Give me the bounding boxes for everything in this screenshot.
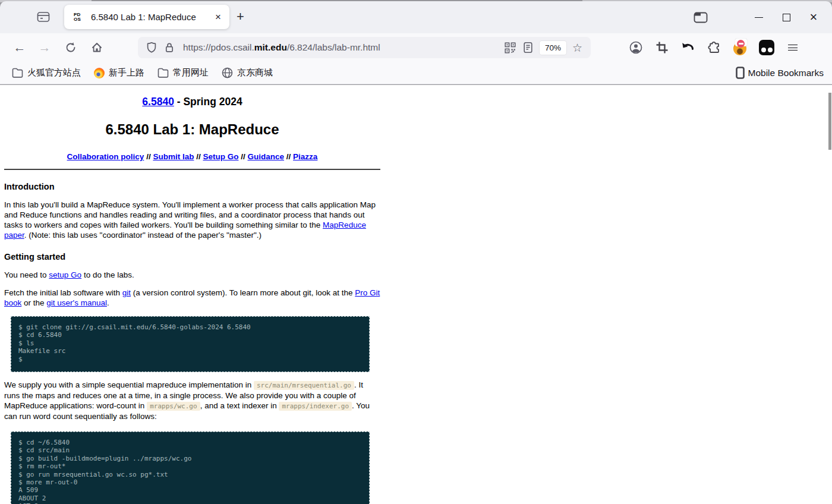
inline-code-indexer: mrapps/indexer.go xyxy=(279,402,352,411)
url-domain: mit.edu xyxy=(254,42,287,52)
git-link[interactable]: git xyxy=(122,288,131,297)
pdos-favicon: PD OS xyxy=(74,11,86,23)
forward-button[interactable]: → xyxy=(34,37,55,58)
url-path: /6.824/labs/lab-mr.html xyxy=(287,42,380,52)
bookmark-jd[interactable]: 京东商城 xyxy=(217,65,278,81)
shield-icon xyxy=(146,42,157,53)
close-window-button[interactable]: × xyxy=(800,5,827,29)
page-scrollbar[interactable] xyxy=(828,93,831,150)
maximize-button[interactable] xyxy=(773,5,800,29)
bookmark-getting-started[interactable]: 新手上路 xyxy=(89,65,149,81)
setup-paragraph: You need to setup Go to do the labs. xyxy=(4,270,380,280)
mobile-bookmarks-label: Mobile Bookmarks xyxy=(748,68,824,78)
crop-icon xyxy=(655,41,669,54)
terminal-block-run: $ cd ~/6.5840 $ cd src/main $ go build -… xyxy=(11,431,370,504)
setup-text-1: You need to xyxy=(4,270,49,279)
guidance-link[interactable]: Guidance xyxy=(248,152,285,161)
nav-separator: // xyxy=(241,152,245,161)
maximize-icon xyxy=(783,14,790,21)
firefox-view-button[interactable] xyxy=(33,7,53,27)
firefox-view-icon xyxy=(37,11,50,23)
course-header-rest: - Spring 2024 xyxy=(174,96,242,108)
getting-started-heading: Getting started xyxy=(4,251,380,262)
bookmark-label: 火狐官方站点 xyxy=(27,67,81,78)
reload-button[interactable] xyxy=(61,37,81,58)
course-link[interactable]: 6.5840 xyxy=(142,96,174,108)
reader-mode-button[interactable] xyxy=(519,39,537,56)
intro-text-1: In this lab you'll build a MapReduce sys… xyxy=(4,200,376,229)
nav-separator: // xyxy=(196,152,201,161)
collaboration-policy-link[interactable]: Collaboration policy xyxy=(67,152,144,161)
extensions-button[interactable] xyxy=(705,38,724,57)
tab-bar: PD OS 6.5840 Lab 1: MapReduce × + × xyxy=(0,1,832,33)
undo-arrow-icon xyxy=(681,41,695,54)
inline-code-wc: mrapps/wc.go xyxy=(147,402,200,411)
bookmark-folder-common-sites[interactable]: 常用网址 xyxy=(153,65,213,81)
account-button[interactable] xyxy=(626,38,645,57)
bookmark-star-icon[interactable]: ☆ xyxy=(569,41,586,55)
bookmarks-toolbar: 火狐官方站点 新手上路 常用网址 京东商城 Mobile Bookmarks xyxy=(0,62,832,84)
bookmark-folder-firefox-official[interactable]: 火狐官方站点 xyxy=(7,65,86,81)
favicon-line2: OS xyxy=(74,17,86,22)
introduction-heading: Introduction xyxy=(4,181,380,192)
dark-extension-button[interactable] xyxy=(757,38,776,57)
setup-go-inline-link[interactable]: setup Go xyxy=(49,270,81,279)
new-tab-button[interactable]: + xyxy=(237,9,244,24)
piazza-link[interactable]: Piazza xyxy=(293,152,317,161)
minimize-button[interactable] xyxy=(745,5,773,29)
nav-separator: // xyxy=(146,152,151,161)
qr-code-icon xyxy=(505,42,516,53)
supply-text-1: We supply you with a simple sequential m… xyxy=(4,380,254,389)
zoom-level-button[interactable]: 70% xyxy=(540,41,566,55)
setup-text-2: to do the labs. xyxy=(81,270,134,279)
tab-close-icon[interactable]: × xyxy=(213,11,223,23)
url-prefix: https://pdos.csail. xyxy=(183,42,254,52)
site-security-button[interactable] xyxy=(160,39,178,56)
home-icon xyxy=(91,42,103,53)
bookmark-label: 新手上路 xyxy=(109,67,144,78)
two-dots-extension-icon xyxy=(759,40,774,55)
mobile-bookmarks-button[interactable]: Mobile Bookmarks xyxy=(735,67,824,79)
home-button[interactable] xyxy=(87,37,107,58)
active-tab[interactable]: PD OS 6.5840 Lab 1: MapReduce × xyxy=(64,5,229,29)
folder-icon xyxy=(12,68,23,78)
puzzle-piece-icon xyxy=(708,41,721,54)
course-header: 6.5840 - Spring 2024 xyxy=(4,95,380,108)
window-controls: × xyxy=(687,1,832,33)
git-users-manual-link[interactable]: git user's manual xyxy=(46,298,107,307)
setup-go-link[interactable]: Setup Go xyxy=(203,152,238,161)
fetch-text-2: (a version control system). To learn mor… xyxy=(131,288,355,297)
fetch-text-4: . xyxy=(107,298,109,307)
page-nav-links: Collaboration policy // Submit lab // Se… xyxy=(4,152,380,162)
fetch-text-3: or the xyxy=(21,298,46,307)
reload-icon xyxy=(65,42,77,53)
introduction-paragraph: In this lab you'll build a MapReduce sys… xyxy=(4,200,380,240)
tracking-protection-button[interactable] xyxy=(143,39,160,56)
fetch-paragraph: Fetch the initial lab software with git … xyxy=(4,288,380,308)
page-column: 6.5840 - Spring 2024 6.5840 Lab 1: MapRe… xyxy=(4,95,380,504)
url-text[interactable]: https://pdos.csail.mit.edu/6.824/labs/la… xyxy=(183,42,502,53)
page-viewport: 6.5840 - Spring 2024 6.5840 Lab 1: MapRe… xyxy=(0,85,832,504)
browser-window: PD OS 6.5840 Lab 1: MapReduce × + × ← → xyxy=(0,0,832,504)
address-bar[interactable]: https://pdos.csail.mit.edu/6.824/labs/la… xyxy=(138,37,591,58)
account-icon xyxy=(629,40,643,55)
back-button[interactable]: ← xyxy=(10,37,30,58)
bookmark-label: 常用网址 xyxy=(173,67,209,78)
menu-button[interactable] xyxy=(783,38,802,57)
bookmark-label: 京东商城 xyxy=(237,67,273,78)
terminal-block-clone: $ git clone git://g.csail.mit.edu/6.5840… xyxy=(11,316,370,372)
tab-overview-button[interactable] xyxy=(687,5,714,29)
screenshot-button[interactable] xyxy=(653,38,672,57)
folder-icon xyxy=(157,68,169,78)
globe-icon xyxy=(222,67,233,78)
navigation-toolbar: ← → xyxy=(0,33,832,62)
nav-separator: // xyxy=(286,152,291,161)
intro-text-2: . (Note: this lab uses "coordinator" ins… xyxy=(24,231,261,240)
qr-share-button[interactable] xyxy=(502,39,519,56)
minimize-icon xyxy=(755,17,763,18)
tab-title: 6.5840 Lab 1: MapReduce xyxy=(91,12,208,22)
inline-code-mrsequential: src/main/mrsequential.go xyxy=(254,381,354,390)
undo-button[interactable] xyxy=(679,38,698,57)
submit-lab-link[interactable]: Submit lab xyxy=(153,152,194,161)
adblock-extension-button[interactable] xyxy=(731,38,750,57)
